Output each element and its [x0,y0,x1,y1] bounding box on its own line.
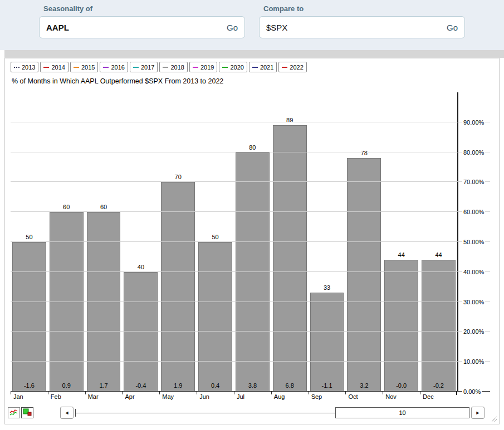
legend-swatch-icon [43,67,49,68]
bar-value-label: 50 [197,234,234,240]
bar-avg-label: 3.8 [234,382,271,389]
compare-go-button[interactable]: Go [447,23,458,32]
legend-year-2020[interactable]: 2020 [219,62,247,72]
bar-value-label: 60 [48,204,85,210]
page: Seasonality of Go Compare to Go 20132014… [0,0,504,424]
bar-chart-icon [23,408,32,418]
bar-value-label: 60 [85,204,123,210]
month-slot-oct: 783.2 [345,92,383,392]
scroll-left-button[interactable]: ◄ [60,407,74,419]
chart-title: % of Months in Which AAPL Outperformed $… [12,77,499,86]
y-axis-line [457,92,458,392]
chart-container: 2013201420152016201720182019202020212022… [4,58,500,424]
y-axis-tick-label: 0.00% [462,388,482,396]
bar-oct [347,158,381,392]
bar-apr [124,272,158,392]
seasonality-input-box: Go [39,16,245,38]
gridline [11,331,490,332]
year-legend: 2013201420152016201720182019202020212022 [5,58,499,72]
month-label-jun: Jun [197,392,234,401]
legend-year-2013[interactable]: 2013 [11,62,38,72]
bar-value-label: 40 [122,264,159,270]
y-axis-tick-label: 10.00% [462,358,485,365]
bar-value-label: 80 [234,144,271,151]
legend-year-2014[interactable]: 2014 [40,62,68,72]
month-label-jan: Jan [11,392,48,401]
scroll-right-button[interactable]: ► [471,407,485,419]
legend-year-2016[interactable]: 2016 [100,62,128,72]
month-slot-may: 701.9 [159,92,197,392]
legend-swatch-icon [163,67,168,68]
legend-swatch-icon [193,67,198,68]
slider-thumb[interactable]: 10 [335,407,469,418]
month-label-nov: Nov [383,392,420,401]
bar-value-label: 44 [383,251,420,258]
legend-year-2019[interactable]: 2019 [189,62,217,72]
bar-avg-label: -0.2 [420,382,457,389]
y-axis-tick-label: 30.00% [462,298,485,306]
legend-year-label: 2019 [200,64,214,71]
legend-year-2017[interactable]: 2017 [130,62,158,72]
gridline [11,271,490,272]
bar-avg-label: -0.4 [122,382,159,389]
x-axis-baseline [11,391,490,392]
top-scroll-strip [4,50,504,58]
y-axis-tick-label: 80.00% [462,149,485,156]
legend-year-label: 2013 [22,64,35,71]
y-axis-tick-label: 50.00% [462,238,485,246]
bar-jun [198,242,232,392]
month-slot-apr: 40-0.4 [122,92,159,392]
legend-year-2021[interactable]: 2021 [249,62,277,72]
month-axis: JanFebMarAprMayJunJulAugSepOctNovDec [11,392,457,401]
bar-avg-label: 0.4 [197,382,234,389]
y-axis-tick-label: 40.00% [462,268,485,276]
bar-chart-mode-button[interactable] [21,407,33,418]
line-chart-mode-button[interactable] [8,407,20,418]
compare-input-box: Go [259,16,465,38]
y-axis-tick-label: 20.00% [462,328,485,335]
bar-avg-label: -0.0 [383,382,420,389]
bar-avg-label: -1.6 [11,382,48,389]
line-chart-icon [9,408,18,418]
gridline [11,122,490,122]
slider-left-cap [75,409,76,417]
bar-value-label: 50 [11,234,48,240]
bottom-toolbar: ◄ 10 ► [8,406,485,420]
gridline [11,211,490,212]
legend-year-label: 2016 [111,64,124,71]
bar-avg-label: 0.9 [48,382,85,389]
bar-avg-label: 1.7 [85,382,123,389]
bar-nov [384,260,418,392]
month-label-dec: Dec [420,392,457,401]
bar-dec [422,260,456,392]
gridline [11,361,490,362]
bar-value-label: 44 [420,251,457,258]
legend-year-label: 2020 [230,64,243,71]
month-label-feb: Feb [48,392,85,401]
seasonality-symbol-input[interactable] [46,23,227,32]
compare-group: Compare to Go [259,3,465,50]
bar-aug [273,125,307,392]
bar-avg-label: 1.9 [159,382,197,389]
legend-year-label: 2021 [260,64,273,71]
legend-year-label: 2018 [170,64,184,71]
legend-year-label: 2015 [81,64,95,71]
seasonality-label: Seasonality of [43,4,245,13]
month-slot-jun: 500.4 [197,92,234,392]
month-label-sep: Sep [309,392,346,401]
legend-year-label: 2017 [141,64,154,71]
legend-year-2015[interactable]: 2015 [70,62,98,72]
legend-year-2018[interactable]: 2018 [159,62,187,72]
range-slider[interactable]: 10 [75,407,469,419]
legend-swatch-icon [74,67,79,68]
compare-symbol-input[interactable] [266,23,447,32]
seasonality-go-button[interactable]: Go [227,23,238,32]
bar-sep [310,293,344,392]
month-slot-aug: 896.8 [271,92,309,392]
legend-year-2022[interactable]: 2022 [278,62,306,72]
month-slot-dec: 44-0.2 [420,92,457,392]
resize-grip[interactable] [490,415,498,423]
y-axis-tick-label: 60.00% [462,208,485,216]
legend-swatch-icon [133,67,139,68]
month-label-aug: Aug [271,392,309,401]
